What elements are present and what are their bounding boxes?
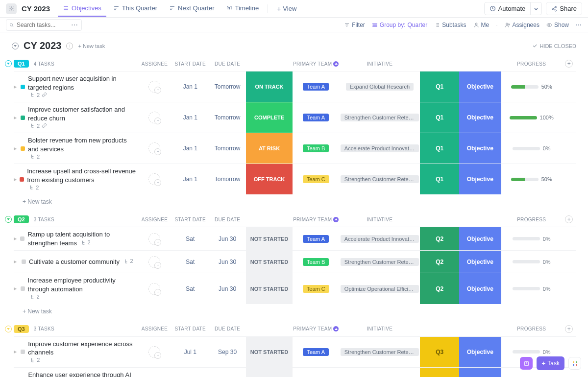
initiative-chip[interactable]: Accelerate Product Innovation <box>341 235 419 243</box>
show-button[interactable]: Show <box>546 22 569 28</box>
team-chip[interactable]: Team A <box>303 114 329 121</box>
task-row[interactable]: ▶ Cultivate a customer community 2 Sat J… <box>14 250 576 273</box>
start-date[interactable]: Jul 1 <box>184 349 196 355</box>
task-name[interactable]: Improve customer satisfaction and reduce… <box>28 105 137 122</box>
status-square-icon[interactable] <box>21 350 25 354</box>
progress-cell[interactable]: 100% <box>501 102 562 133</box>
subtask-count[interactable]: 2 <box>123 258 133 265</box>
group-toggle[interactable] <box>5 60 12 67</box>
progress-cell[interactable]: 50% <box>501 164 562 194</box>
status-square-icon[interactable] <box>21 116 25 120</box>
new-task-button[interactable]: + Task <box>537 356 564 370</box>
status-square-icon[interactable] <box>20 177 24 182</box>
assignee-avatar[interactable] <box>148 142 160 154</box>
assignee-avatar[interactable] <box>148 256 160 268</box>
status-square-icon[interactable] <box>21 85 25 89</box>
more-icon[interactable]: ⋯ <box>576 22 582 28</box>
assignee-avatar[interactable] <box>148 283 160 295</box>
status-square-icon[interactable] <box>21 146 25 151</box>
subtask-count[interactable]: 2 <box>30 294 40 300</box>
start-date[interactable]: Jan 1 <box>183 114 197 121</box>
search-menu-icon[interactable]: ⋯ <box>71 21 78 29</box>
collapse-all-toggle[interactable] <box>12 43 19 49</box>
status-cell[interactable]: COMPLETE <box>246 102 293 133</box>
task-row[interactable]: ▶ Ramp up talent acquisition to strength… <box>14 227 576 250</box>
initiative-chip[interactable]: Strengthen Customer Retenti… <box>341 348 419 356</box>
progress-cell[interactable]: 0% <box>501 251 562 273</box>
task-name[interactable]: Ramp up talent acquisition to strengthen… <box>27 230 137 247</box>
me-button[interactable]: Me <box>473 22 490 28</box>
due-date[interactable]: Tomorrow <box>215 114 241 121</box>
status-cell[interactable]: NOT STARTED <box>246 368 293 377</box>
start-date[interactable]: Jan 1 <box>183 176 197 183</box>
start-date[interactable]: Sat <box>186 236 195 242</box>
team-chip[interactable]: Team A <box>303 235 329 243</box>
quarter-cell[interactable]: Q1 <box>420 71 459 102</box>
start-date[interactable]: Sat <box>186 285 195 292</box>
team-sort-icon[interactable] <box>333 61 339 67</box>
type-cell[interactable]: Objective <box>459 133 501 164</box>
status-square-icon[interactable] <box>22 259 26 264</box>
expand-caret-icon[interactable]: ▶ <box>14 116 18 120</box>
add-column-button[interactable]: + <box>565 60 573 68</box>
quarter-cell[interactable]: Q1 <box>420 164 459 194</box>
subtask-count[interactable]: 2 <box>30 154 40 160</box>
expand-caret-icon[interactable]: ▶ <box>14 350 18 354</box>
task-row[interactable]: ▶ Bolster revenue from new products and … <box>14 133 576 164</box>
expand-caret-icon[interactable]: ▶ <box>14 236 17 241</box>
type-cell[interactable]: Objective <box>459 368 501 377</box>
start-date[interactable]: Jan 1 <box>183 145 197 152</box>
team-chip[interactable]: Team B <box>303 144 329 152</box>
type-cell[interactable]: Objective <box>459 337 501 367</box>
subtask-count[interactable]: 2 <box>29 185 39 190</box>
tab-objectives[interactable]: Objectives <box>58 0 106 17</box>
due-date[interactable]: Tomorrow <box>215 176 241 183</box>
status-square-icon[interactable] <box>21 286 25 291</box>
quarter-cell[interactable]: Q2 <box>420 227 459 250</box>
subtask-count[interactable]: 2 <box>81 239 91 246</box>
quarter-cell[interactable]: Q1 <box>420 133 459 164</box>
assignee-avatar[interactable] <box>148 112 160 123</box>
start-date[interactable]: Jan 1 <box>183 83 197 90</box>
type-cell[interactable]: Objective <box>459 273 501 304</box>
task-row[interactable]: ▶ Improve customer satisfaction and redu… <box>14 102 576 133</box>
expand-caret-icon[interactable]: ▶ <box>14 177 17 182</box>
task-name[interactable]: Enhance user experience through AI adopt… <box>28 371 137 377</box>
task-name[interactable]: Support new user acquisition in targeted… <box>28 74 137 92</box>
status-cell[interactable]: OFF TRACK <box>246 164 293 194</box>
subtask-count[interactable]: 2 <box>30 357 40 363</box>
group-toggle[interactable] <box>5 326 12 332</box>
quarter-cell[interactable]: Q2 <box>420 273 459 304</box>
task-row[interactable]: ▶ Enhance user experience through AI ado… <box>14 367 576 377</box>
tab-next-quarter[interactable]: Next Quarter <box>164 0 219 17</box>
task-name[interactable]: Increase employee productivity through a… <box>28 276 138 293</box>
task-row[interactable]: ▶ Support new user acquisition in target… <box>14 71 576 102</box>
status-cell[interactable]: NOT STARTED <box>246 273 293 304</box>
expand-caret-icon[interactable]: ▶ <box>14 146 18 151</box>
task-row[interactable]: ▶ Increase employee productivity through… <box>14 273 576 304</box>
automate-dropdown[interactable] <box>531 2 542 15</box>
group-chip[interactable]: Q2 <box>14 215 29 223</box>
add-column-button[interactable]: + <box>565 215 573 223</box>
progress-cell[interactable]: 0% <box>501 273 562 304</box>
task-name[interactable]: Increase upsell and cross-sell revenue f… <box>27 167 137 184</box>
apps-button[interactable] <box>568 357 581 370</box>
assignee-avatar[interactable] <box>148 173 160 185</box>
due-date[interactable]: Tomorrow <box>215 83 241 90</box>
assignees-button[interactable]: Assignees <box>505 22 539 28</box>
initiative-chip[interactable]: Accelerate Product Innovation <box>341 144 419 152</box>
assignee-avatar[interactable] <box>148 346 160 358</box>
expand-caret-icon[interactable]: ▶ <box>14 286 18 291</box>
type-cell[interactable]: Objective <box>459 102 501 133</box>
hide-closed-button[interactable]: HIDE CLOSED <box>532 43 576 49</box>
quarter-cell[interactable]: Q2 <box>420 251 459 273</box>
initiative-chip[interactable]: Optimize Operational Efficien… <box>341 285 419 293</box>
status-cell[interactable]: ON TRACK <box>246 71 293 102</box>
status-square-icon[interactable] <box>20 236 24 241</box>
due-date[interactable]: Sep 30 <box>218 349 237 355</box>
share-button[interactable]: Share <box>546 2 582 15</box>
expand-caret-icon[interactable]: ▶ <box>14 259 19 264</box>
due-date[interactable]: Tomorrow <box>215 145 241 152</box>
initiative-chip[interactable]: Strengthen Customer Retenti… <box>341 175 419 183</box>
due-date[interactable]: Jun 30 <box>219 285 236 292</box>
